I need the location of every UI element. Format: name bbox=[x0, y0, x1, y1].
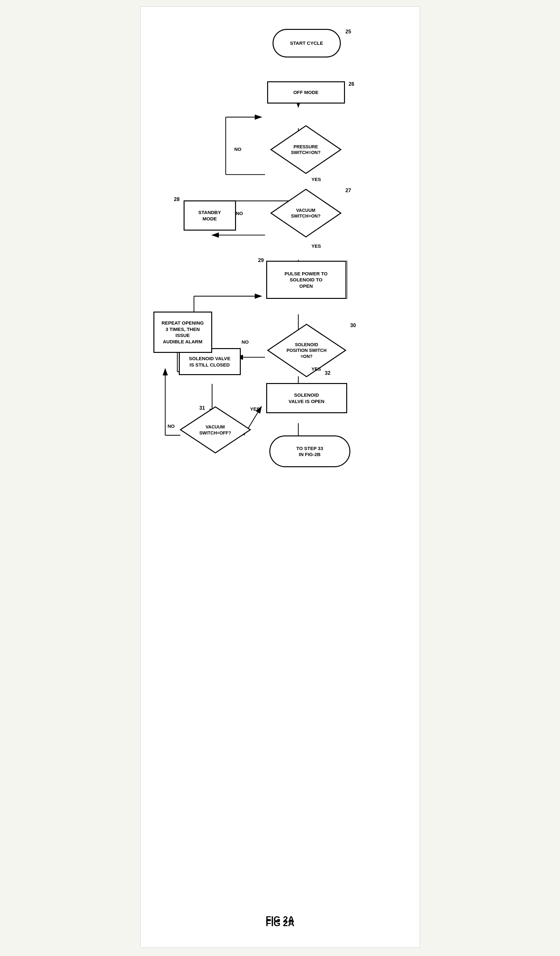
to-step33-node: TO STEP 33IN FIG-2B bbox=[269, 436, 350, 467]
ref-32: 32 bbox=[325, 370, 331, 376]
vacuum-switch1-diamond: VACUUMSWITCH=ON? bbox=[269, 188, 343, 239]
no-label-pressure: NO bbox=[234, 146, 242, 152]
ref-31: 31 bbox=[200, 405, 205, 411]
ref-28: 28 bbox=[174, 197, 180, 202]
repeat-opening-node: REPEAT OPENING3 TIMES, THENISSUEAUDIBLE … bbox=[153, 311, 212, 353]
solenoid-pos-label: SOLENOIDPOSITION SWITCH=ON? bbox=[286, 342, 327, 359]
off-mode-node: OFF MODE bbox=[267, 81, 345, 104]
yes-label-solenoid-pos: YES bbox=[311, 366, 321, 372]
ref-27: 27 bbox=[346, 188, 351, 193]
no-label-vacuum1: NO bbox=[236, 211, 243, 216]
solenoid-valve-open-label: SOLENOIDVALVE IS OPEN bbox=[289, 392, 325, 404]
pressure-switch-diamond: PRESSURESWITCH=ON? bbox=[269, 124, 343, 175]
standby-mode-label: STANDBYMODE bbox=[198, 209, 221, 222]
page-container: START CYCLE 25 OFF MODE 26 NO PRESSURESW… bbox=[140, 6, 420, 948]
solenoid-valve-open-node: SOLENOIDVALVE IS OPEN bbox=[266, 383, 347, 413]
yes-label-vacuum1: YES bbox=[311, 243, 321, 249]
to-step33-label: TO STEP 33IN FIG-2B bbox=[296, 445, 323, 458]
ref-26: 26 bbox=[349, 81, 354, 87]
no-label-solenoid-pos: NO bbox=[242, 339, 249, 344]
yes-label-vacuum2: YES bbox=[250, 406, 260, 412]
vacuum-switch1-label: VACUUMSWITCH=ON? bbox=[291, 208, 321, 219]
repeat-opening-label: REPEAT OPENING3 TIMES, THENISSUEAUDIBLE … bbox=[161, 320, 204, 344]
pulse-power-node: PULSE POWER TOSOLENOID TOOPEN bbox=[266, 261, 347, 299]
off-mode-label: OFF MODE bbox=[293, 89, 318, 96]
fig-label: FIG 2A bbox=[147, 914, 413, 925]
yes-label-pressure: YES bbox=[311, 176, 321, 182]
ref-25: 25 bbox=[346, 29, 351, 35]
pressure-switch-label: PRESSURESWITCH=ON? bbox=[291, 144, 321, 155]
ref-29: 29 bbox=[258, 258, 264, 263]
start-cycle-label: START CYCLE bbox=[290, 40, 323, 46]
ref-30: 30 bbox=[350, 323, 356, 329]
diagram-area: START CYCLE 25 OFF MODE 26 NO PRESSURESW… bbox=[147, 19, 413, 909]
start-cycle-node: START CYCLE bbox=[272, 29, 341, 58]
vacuum-switch2-label: VACUUMSWITCH=OFF? bbox=[200, 424, 231, 436]
no-label-vacuum2: NO bbox=[168, 423, 175, 429]
solenoid-pos-switch-diamond: SOLENOIDPOSITION SWITCH=ON? bbox=[266, 323, 347, 378]
vacuum-switch2-diamond: VACUUMSWITCH=OFF? bbox=[179, 405, 252, 454]
standby-mode-node: STANDBYMODE bbox=[184, 200, 236, 231]
pulse-power-label: PULSE POWER TOSOLENOID TOOPEN bbox=[285, 270, 328, 289]
solenoid-still-closed-label: SOLENOID VALVEIS STILL CLOSED bbox=[189, 355, 230, 368]
